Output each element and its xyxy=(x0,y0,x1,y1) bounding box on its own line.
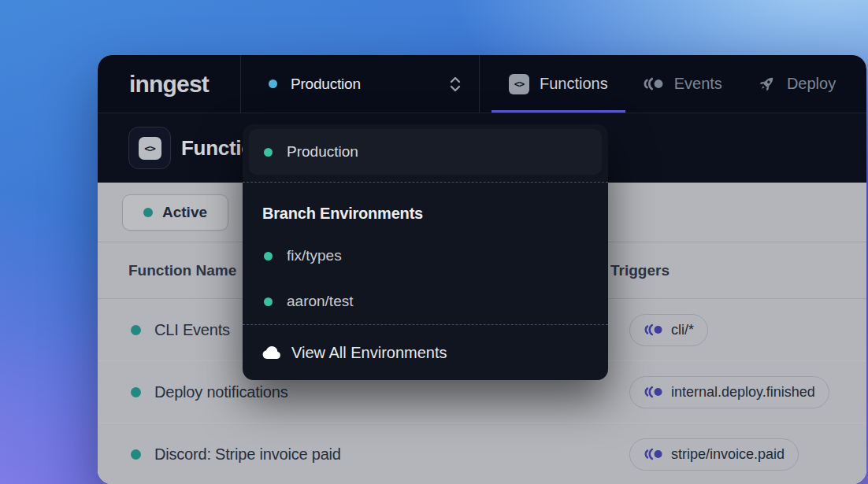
app-window: inngest Production <> Functions xyxy=(98,55,866,484)
view-all-environments-label: View All Environments xyxy=(291,344,447,362)
code-icon: <> xyxy=(509,74,529,94)
dropdown-item-aaron-test[interactable]: aaron/test xyxy=(243,279,608,324)
dropdown-item-label: aaron/test xyxy=(287,293,354,310)
environment-status-dot xyxy=(264,252,273,260)
environment-dropdown-menu: Production Branch Environments fix/types… xyxy=(243,124,608,380)
code-icon: <> xyxy=(128,127,171,169)
rocket-icon xyxy=(757,74,777,94)
inngest-wordmark: inngest xyxy=(129,71,209,98)
tab-events[interactable]: Events xyxy=(625,55,740,113)
branch-environments-heading: Branch Environments xyxy=(243,183,608,233)
main-tabs: <> Functions Events xyxy=(480,55,866,113)
inngest-logo[interactable]: inngest xyxy=(98,55,240,113)
chevron-up-down-icon xyxy=(449,76,462,93)
tab-functions[interactable]: <> Functions xyxy=(491,55,625,113)
tab-deploy-label: Deploy xyxy=(787,75,836,93)
tab-deploy[interactable]: Deploy xyxy=(740,55,853,113)
dropdown-item-label: Production xyxy=(287,143,358,161)
environment-status-dot xyxy=(264,297,273,306)
tab-events-label: Events xyxy=(674,75,722,93)
view-all-environments-item[interactable]: View All Environments xyxy=(243,324,608,380)
environment-name: Production xyxy=(291,76,361,93)
tab-functions-label: Functions xyxy=(540,75,608,93)
environment-status-dot xyxy=(264,148,273,157)
dropdown-item-label: fix/types xyxy=(287,247,342,264)
dropdown-item-production[interactable]: Production xyxy=(249,129,602,175)
event-icon xyxy=(643,77,664,91)
dropdown-section-selected: Production xyxy=(243,124,608,183)
top-navigation-bar: inngest Production <> Functions xyxy=(98,55,866,113)
environment-switcher[interactable]: Production xyxy=(241,55,479,113)
cloud-icon xyxy=(262,346,281,359)
environment-status-dot xyxy=(269,79,277,88)
dropdown-item-fix-types[interactable]: fix/types xyxy=(243,233,608,279)
